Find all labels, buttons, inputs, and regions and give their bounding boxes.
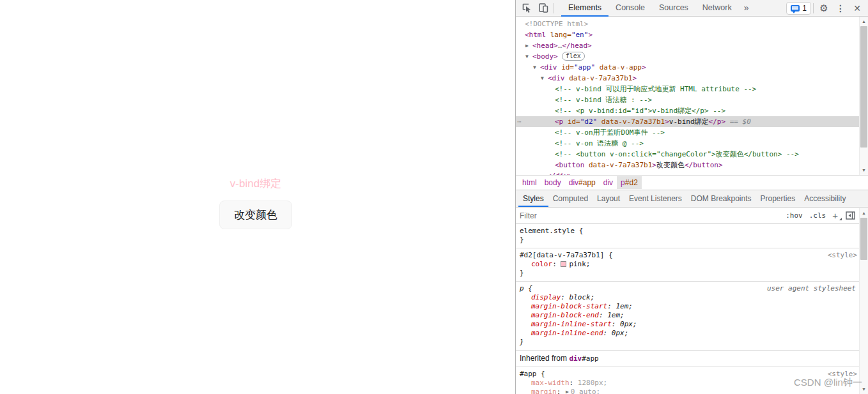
css-property[interactable]: margin-inline-end <box>531 329 603 337</box>
chat-bubble-icon <box>791 5 800 11</box>
rule-origin[interactable]: <style> <box>828 251 857 260</box>
css-property[interactable]: margin-inline-start <box>531 320 612 328</box>
tree-row[interactable]: <button data-v-7a7a37b1>改变颜色</button> <box>516 160 860 170</box>
chevron-right-icon[interactable]: ▶ <box>525 40 532 51</box>
scroll-up-arrow-icon[interactable]: ▲ <box>860 17 868 26</box>
rule-selector[interactable]: element.style { <box>520 227 857 236</box>
tree-row[interactable]: ▼<div id="app" data-v-app> <box>516 62 860 73</box>
tab-elements[interactable]: Elements <box>561 0 608 17</box>
color-swatch[interactable] <box>561 261 566 267</box>
code-segment: "en" <box>571 31 589 39</box>
code-segment: "d2" <box>580 117 598 126</box>
more-tabs-icon[interactable]: » <box>739 0 754 16</box>
pseudo-state-button[interactable]: :hov <box>786 211 803 220</box>
styles-filter-input[interactable] <box>520 211 779 220</box>
scroll-up-arrow-icon[interactable]: ▲ <box>860 209 868 217</box>
class-toggle-button[interactable]: .cls <box>809 211 826 220</box>
css-value[interactable]: block; <box>570 293 595 301</box>
breadcrumb-item-div[interactable]: div <box>600 176 617 189</box>
css-property[interactable]: color <box>531 260 552 268</box>
tab-properties[interactable]: Properties <box>756 190 800 207</box>
tab-styles[interactable]: Styles <box>518 190 548 207</box>
elements-scrollbar[interactable]: ▲ ▼ <box>859 17 868 175</box>
css-property[interactable]: margin-block-end <box>531 311 599 319</box>
code-segment: <!-- <p v-bind:id="id">v-bind绑定</p> --> <box>555 107 725 115</box>
css-declaration[interactable]: margin-block-end: 1em; <box>520 311 857 320</box>
scroll-thumb[interactable] <box>860 26 867 148</box>
color-change-button[interactable]: 改变颜色 <box>219 201 292 229</box>
tab-accessibility[interactable]: Accessibility <box>800 190 850 207</box>
code-segment: <div <box>548 74 569 82</box>
tree-row[interactable]: <!-- v-on 语法糖 @ --> <box>516 138 860 149</box>
scroll-down-arrow-icon[interactable]: ▼ <box>860 166 868 174</box>
inherited-from-header: Inherited from div#app <box>516 351 860 367</box>
chevron-down-icon[interactable]: ▼ <box>541 73 548 84</box>
css-value[interactable]: 0 auto; <box>571 388 600 394</box>
css-declaration[interactable]: color: pink; <box>520 260 857 269</box>
code-segment: <p <box>555 117 568 126</box>
tree-row[interactable]: <!-- <p v-bind:id="id">v-bind绑定</p> --> <box>516 105 860 116</box>
breadcrumb-item-body[interactable]: body <box>541 176 565 189</box>
tree-row[interactable]: ⋯<p id="d2" data-v-7a7a37b1>v-bind绑定</p>… <box>516 116 860 127</box>
tab-dom-breakpoints[interactable]: DOM Breakpoints <box>686 190 756 207</box>
tree-row[interactable]: ▼<body>flex <box>516 51 860 62</box>
expand-shorthand-icon[interactable]: ▶ <box>566 389 569 394</box>
console-messages-badge[interactable]: 1 <box>786 2 811 15</box>
dom-tree: <!DOCTYPE html><html lang="en">▶<head>…<… <box>516 17 860 175</box>
css-declaration[interactable]: margin-inline-start: 0px; <box>520 320 857 329</box>
css-declaration[interactable]: margin-inline-end: 0px; <box>520 329 857 338</box>
rule-selector[interactable]: #d2[data-v-7a7a37b1] { <box>520 251 857 260</box>
tab-network[interactable]: Network <box>695 0 739 17</box>
tab-computed[interactable]: Computed <box>548 190 593 207</box>
scroll-thumb[interactable] <box>860 218 867 260</box>
css-declaration[interactable]: display: block; <box>520 293 857 302</box>
toolbar-divider <box>554 3 554 13</box>
breadcrumb-item-html[interactable]: html <box>518 176 541 189</box>
rule-origin: user agent stylesheet <box>767 284 856 293</box>
tree-row[interactable]: <!-- v-on用于监听DOM事件 --> <box>516 127 860 138</box>
inspect-cursor-icon[interactable] <box>518 0 535 16</box>
tab-layout[interactable]: Layout <box>593 190 624 207</box>
new-style-rule-button[interactable]: + <box>832 211 838 220</box>
tree-row[interactable]: <!-- <button v-on:click="changeColor">改变… <box>516 149 860 160</box>
css-property[interactable]: display <box>531 293 561 301</box>
css-value[interactable]: pink; <box>569 260 590 268</box>
inherited-node-link[interactable]: div#app <box>569 354 598 363</box>
styles-scrollbar[interactable]: ▲ ▼ <box>859 208 868 394</box>
chevron-down-icon[interactable]: ▼ <box>525 51 532 62</box>
css-value[interactable]: 1280px; <box>578 379 607 387</box>
messages-count: 1 <box>802 4 807 13</box>
code-segment: <div <box>540 63 561 72</box>
css-property[interactable]: margin <box>531 388 557 394</box>
device-toolbar-icon[interactable] <box>535 0 552 16</box>
toolbar-divider <box>813 3 814 13</box>
sidebar-toggle-icon[interactable] <box>846 211 855 220</box>
tree-row[interactable]: <!DOCTYPE html> <box>516 19 860 29</box>
css-declaration[interactable]: margin-block-start: 1em; <box>520 302 857 311</box>
tree-row[interactable]: <!-- v-bind 语法糖 : --> <box>516 95 860 105</box>
tree-row[interactable]: <!-- v-bind 可以用于响应式地更新 HTML attribute --… <box>516 84 860 95</box>
tree-row[interactable]: ▼<div data-v-7a7a37b1> <box>516 73 860 84</box>
tab-console[interactable]: Console <box>608 0 652 17</box>
css-property[interactable]: margin-block-start <box>531 302 607 310</box>
tree-row[interactable]: ▶<head>…</head> <box>516 40 860 51</box>
css-property[interactable]: max-width <box>531 379 570 387</box>
css-value[interactable]: 0px; <box>612 329 629 337</box>
css-value[interactable]: 1em; <box>616 302 633 310</box>
tab-event-listeners[interactable]: Event Listeners <box>624 190 686 207</box>
css-value[interactable]: 0px; <box>620 320 637 328</box>
crumb-tag: p <box>621 178 625 187</box>
code-segment: > <box>632 74 637 82</box>
flex-badge[interactable]: flex <box>562 52 585 61</box>
close-devtools-icon[interactable]: ✕ <box>849 0 865 16</box>
more-menu-icon[interactable]: ⋮ <box>832 0 849 16</box>
tab-sources[interactable]: Sources <box>652 0 695 17</box>
tree-row[interactable]: </div> <box>516 170 860 175</box>
breadcrumb-item-p#d2[interactable]: p#d2 <box>617 176 642 189</box>
chevron-down-icon[interactable]: ▼ <box>533 62 540 73</box>
code-segment: data-v-7a7a37b1 <box>589 161 652 169</box>
settings-gear-icon[interactable]: ⚙ <box>816 0 832 16</box>
tree-row[interactable]: <html lang="en"> <box>516 29 860 40</box>
css-value[interactable]: 1em; <box>607 311 624 319</box>
breadcrumb-item-div#app[interactable]: div#app <box>565 176 600 189</box>
